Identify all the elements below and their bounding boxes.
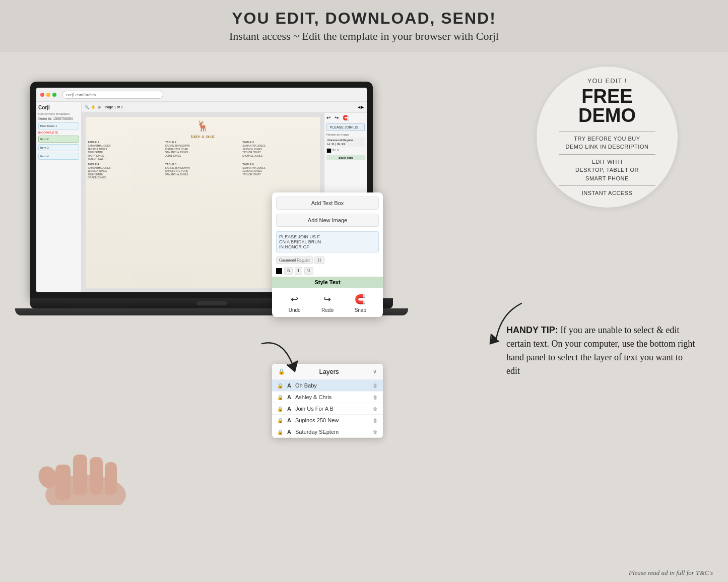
panel-undo-icon: ↩ — [326, 115, 330, 120]
toolbar-crop: ⊞ — [98, 105, 101, 109]
table-col-4: TABLE 4 SAMANTHA JONESJESSICA JONESJOHN … — [88, 163, 163, 179]
undo-icon: ↩ — [288, 292, 302, 306]
corjl-sidebar-item-4: Item 4 — [38, 153, 79, 160]
table-5-names: CARRIE BRADSHAWCHARLOTTE YORKSAMANTHA JO… — [165, 166, 241, 176]
incomplete-badge: INCOMPLETE — [38, 131, 79, 134]
corjl-logo: Corjl — [38, 104, 79, 112]
layer-item-2[interactable]: 🔒 A Join Us For A B 🗑 — [272, 403, 383, 415]
handy-tip: HANDY TIP: If you are unable to select &… — [506, 324, 698, 378]
hand-area — [25, 404, 176, 505]
layer-lock-4: 🔒 — [277, 429, 283, 435]
demo-devices: DESKTOP, TABLET OR — [575, 166, 639, 174]
browser-chrome: corjl.com/orders — [36, 88, 367, 102]
corjl-sidebar-item-1: Best Items 1 — [38, 122, 79, 130]
hand-svg — [25, 404, 176, 505]
arrow-2 — [481, 293, 532, 354]
corjl-sidebar: Corjl NocrayParty Templates Order Id: 15… — [36, 102, 82, 292]
add-text-box-btn[interactable]: Add Text Box — [276, 197, 379, 210]
layer-name-3: Supinos 250 New — [295, 417, 370, 423]
demo-try: TRY BEFORE YOU BUY — [574, 135, 640, 143]
style-text-btn[interactable]: Style Text — [272, 277, 383, 288]
mobile-panel-tools: ↩ Undo ↪ Redo 🧲 Snap — [272, 288, 383, 317]
snap-label: Snap — [355, 307, 366, 313]
toolbar-zoom: 🔍 — [85, 105, 89, 109]
layer-item-1[interactable]: 🔒 A Ashley & Chris 🗑 — [272, 392, 383, 403]
layer-type-2: A — [286, 406, 292, 412]
table-6-names: SAMANTHA JONESJESSICA JONESTAYLOR SWIFT — [242, 166, 318, 176]
layer-lock-1: 🔒 — [277, 395, 283, 400]
demo-divider-3 — [559, 185, 655, 186]
svg-marker-6 — [287, 363, 296, 371]
corjl-brand: NocrayParty Templates — [38, 112, 79, 115]
layer-delete-1[interactable]: 🗑 — [373, 395, 378, 400]
seating-tables: TABLE 1 SAMANTHA JONESJESSICA JONESJOHN … — [88, 141, 318, 179]
table-col-3: TABLE 3 SAMANTHA JONESJESSICA JONESTAYLO… — [242, 141, 318, 161]
layer-delete-4[interactable]: 🗑 — [373, 429, 378, 435]
table-col-1: TABLE 1 SAMANTHA JONESJESSICA JONESJOHN … — [88, 141, 163, 161]
layer-item-4[interactable]: 🔒 A Saturday SEptem 🗑 — [272, 426, 383, 438]
svg-rect-1 — [55, 465, 71, 500]
table-2-names: CARRIE BRADSHAWCHARLOTTE YORKSAMANTHA JO… — [165, 144, 241, 157]
redo-icon: ↪ — [320, 292, 335, 306]
seating-chart-title: take a seat — [191, 133, 215, 139]
undo-label: Undo — [289, 307, 301, 313]
layer-lock-3: 🔒 — [277, 418, 283, 423]
corjl-order: Order Id: 1509758394 — [38, 117, 79, 120]
add-new-image-btn[interactable]: Add New Image — [276, 214, 379, 227]
redo-label: Redo — [321, 307, 334, 313]
browser-url-bar: corjl.com/orders — [62, 91, 163, 99]
demo-phone: SMART PHONE — [585, 174, 629, 183]
demo-you-edit-label: YOU EDIT ! — [587, 77, 627, 85]
snap-tool[interactable]: 🧲 Snap — [353, 292, 367, 313]
format-size[interactable]: 11 — [314, 256, 324, 264]
demo-instant: INSTANT ACCESS — [582, 189, 633, 198]
mobile-panel: Add Text Box Add New Image PLEASE JOIN U… — [272, 192, 383, 317]
table-1-names: SAMANTHA JONESJESSICA JONESJOHN SMITHMAR… — [88, 144, 163, 161]
table-label-1: TABLE 1 — [88, 141, 163, 144]
table-label-6: TABLE 6 — [242, 163, 318, 166]
svg-rect-3 — [90, 457, 103, 495]
layer-item-3[interactable]: 🔒 A Supinos 250 New 🗑 — [272, 415, 383, 426]
format-font[interactable]: Garamond Regular — [276, 256, 313, 264]
layer-delete-3[interactable]: 🗑 — [373, 418, 378, 423]
layer-lock-2: 🔒 — [277, 406, 283, 412]
layer-type-3: A — [286, 417, 292, 423]
panel-font-settings: Garamond Regular H: 11 | W: 99 — [326, 138, 365, 147]
table-3-names: SAMANTHA JONESJESSICA JONESTAYLOR SWIFTM… — [242, 144, 318, 157]
bold-btn[interactable]: B — [284, 267, 293, 275]
layer-delete-2[interactable]: 🗑 — [373, 406, 378, 412]
svg-rect-4 — [105, 462, 117, 495]
corjl-sidebar-item-2: Item 2 — [38, 136, 79, 143]
panel-resize-label: Resize as Image — [326, 133, 365, 136]
layer-name-1: Ashley & Chris — [295, 394, 370, 400]
arrow-1 — [252, 334, 312, 384]
color-swatch — [276, 268, 282, 274]
main-area: corjl.com/orders Corjl NocrayParty Templ… — [0, 51, 728, 582]
underline-btn[interactable]: U — [304, 267, 313, 275]
italic-btn[interactable]: I — [295, 267, 302, 275]
layers-chevron: ∨ — [373, 368, 377, 375]
redo-tool[interactable]: ↪ Redo — [320, 292, 335, 313]
banner-title: YOU EDIT, DOWNLOAD, SEND! — [0, 9, 728, 28]
bottom-disclaimer: Please read ad in full for T&C's — [629, 569, 713, 577]
layer-delete-0[interactable]: 🗑 — [373, 383, 378, 389]
table-label-5: TABLE 5 — [165, 163, 241, 166]
browser-dot-yellow — [46, 93, 50, 97]
mobile-text-editor: PLEASE JOIN US FCN A BRIDAL BRUNIN HONOR… — [276, 231, 379, 252]
panel-text-edit: PLEASE JOIN US... — [326, 123, 365, 131]
layers-title: Layers — [319, 368, 339, 375]
demo-link: DEMO LINK IN DESCRIPTION — [566, 143, 649, 151]
layer-type-4: A — [286, 429, 292, 435]
panel-section-undo: ↩ ↪ 🧲 — [326, 115, 365, 120]
toolbar-arrows: ◀ ▶ — [358, 105, 364, 109]
demo-edit-with: EDIT WITH — [592, 158, 623, 166]
panel-divider — [272, 229, 383, 229]
format-tools: B I U — [272, 266, 383, 277]
table-col-5: TABLE 5 CARRIE BRADSHAWCHARLOTTE YORKSAM… — [165, 163, 241, 179]
layer-name-2: Join Us For A B — [295, 406, 370, 412]
undo-tool[interactable]: ↩ Undo — [288, 292, 302, 313]
browser-dot-red — [40, 93, 44, 97]
demo-demo-label: DEMO — [578, 106, 636, 125]
svg-rect-2 — [73, 455, 87, 495]
table-label-2: TABLE 2 — [165, 141, 241, 144]
